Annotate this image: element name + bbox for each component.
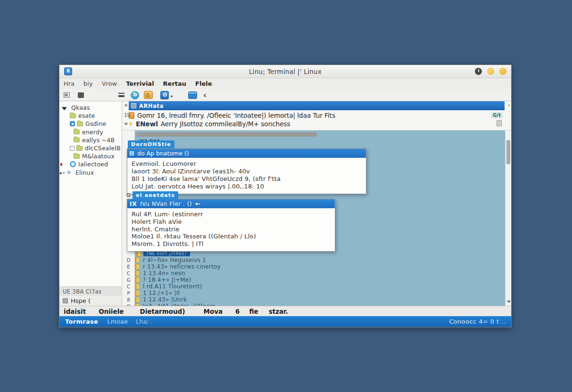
folder-strip-icon — [135, 284, 140, 289]
terminal-window: Linu; Terminal |' Linux Hra biy Vrow Ter… — [59, 65, 512, 327]
minimize-button[interactable] — [487, 68, 494, 75]
tree-item-7[interactable]: Ialiectoed — [59, 160, 122, 168]
tree-item-1[interactable]: esate — [59, 112, 122, 120]
tree-item-6[interactable]: M&laatoux — [59, 152, 122, 160]
main-panel: ✕ 19 ≡ ARHata Gomr 16, lreudl fmry. /Ofl… — [122, 101, 511, 306]
blue-folder-icon[interactable] — [188, 91, 197, 99]
tree-item-8[interactable]: Elinux — [59, 169, 122, 177]
popup2-line: Msrom. 1 Divrotts. | ITl — [132, 240, 331, 248]
list-row-3[interactable]: G ? 18.4+» J|+Me) — [122, 277, 511, 283]
status-item-1[interactable]: Oniiele — [99, 308, 124, 315]
back-arrow-icon[interactable] — [203, 92, 207, 98]
list-row-7[interactable]: O Ie3~4rt1 stoow ¿kTleere — [122, 303, 511, 306]
scrollbar-thumb[interactable] — [506, 140, 510, 164]
title-bar[interactable]: Linu; Terminal |' Linux — [59, 65, 511, 78]
list-row-5[interactable]: P 1 12./+1» |0 — [122, 290, 511, 296]
scroll-down-icon[interactable] — [507, 301, 511, 303]
status-item-3[interactable]: Mova — [203, 308, 223, 315]
horizontal-scrollbar[interactable] — [136, 132, 317, 137]
list-row-4[interactable]: C l rd.A11 Tlouretorrt) — [122, 283, 511, 290]
folder-icon — [74, 130, 80, 134]
taskbar-item-2[interactable]: Lha; . — [136, 318, 153, 325]
taskbar-item-0[interactable]: Tormrase — [65, 318, 98, 325]
popup2-header[interactable]: IX IVu NVan Fler . () ← — [127, 199, 335, 208]
menu-item-1[interactable]: biy — [83, 80, 93, 87]
popup2-tab[interactable]: el aoetdats — [133, 191, 178, 199]
dark-square-icon[interactable] — [78, 92, 84, 98]
popup1-tab[interactable]: DornOHStie — [128, 140, 174, 148]
folder-icon — [77, 122, 83, 126]
list-row-6[interactable]: 8 1 12.43» |Unrk — [122, 296, 511, 303]
popup2-prefix: G — [126, 192, 131, 198]
status-item-6: stzar. — [269, 308, 288, 315]
gutter-glyph-lines: ≡ — [124, 121, 128, 126]
tree-item-2[interactable]: Gsdine — [59, 120, 122, 128]
folder-icon — [74, 154, 80, 159]
menu-item-5[interactable]: Flele — [195, 80, 212, 87]
active-tab[interactable]: ARHata — [129, 101, 505, 110]
menu-item-2[interactable]: Vrow — [102, 80, 117, 87]
sidebar: Qkaas esate Gsdine enerdy eallys — [59, 101, 122, 306]
status-item-0[interactable]: idaisit — [64, 308, 86, 315]
blue-badge-icon — [70, 121, 75, 126]
menu-item-3[interactable]: Terrivial — [126, 80, 154, 87]
popup1-header[interactable]: do Ap bnatome () — [127, 149, 366, 158]
dropdown-caret-icon[interactable] — [170, 96, 173, 98]
popup2-line: Rul 4P. Lum- (estinnerr — [132, 211, 331, 218]
folder-icon — [70, 114, 76, 118]
blue-circle-icon[interactable] — [131, 91, 139, 99]
chevron-right-icon[interactable] — [63, 170, 66, 176]
close-glyph[interactable]: ✕ — [124, 103, 128, 108]
tab-icon — [131, 103, 136, 108]
tab-overflow-icon[interactable] — [508, 102, 510, 107]
tree-item-5[interactable]: dlcCSealelB — [59, 144, 122, 152]
back-arrow-icon[interactable]: ← — [195, 200, 200, 207]
wave-icon — [66, 169, 73, 176]
popup2-line: herlnt. Cmatrie — [132, 226, 331, 233]
header-line-2: ENewl Aerry Jlsottoz commilealBy/M+ sonc… — [129, 120, 492, 128]
tree-item-3[interactable]: enerdy — [59, 128, 122, 136]
outline-box-icon — [70, 146, 75, 151]
status-item-2[interactable]: Dietarmoud) — [140, 308, 185, 315]
expander-icon[interactable] — [63, 104, 69, 111]
status-bar: idaisit Oniiele Dietarmoud) Mova 6 fie s… — [59, 306, 511, 316]
vertical-scrollbar[interactable] — [505, 131, 511, 306]
status-item-4: 6 — [235, 308, 240, 315]
list-row-0[interactable]: D r 4l~hs» Heguseivs 1 — [122, 257, 511, 263]
sidebar-footer: UE 3BA Cl7as Hspe ( — [59, 286, 122, 306]
folder-strip-icon — [136, 251, 141, 257]
home-icon[interactable] — [144, 91, 153, 99]
header-line-1: Gomr 16, lreudl fmry. /Ofleeic 'Intoatee… — [129, 111, 492, 120]
edge-marker-arrow — [60, 170, 62, 175]
list-row-2[interactable]: C 1 13.4n» nesn — [122, 270, 511, 277]
menu-item-0[interactable]: Hra — [64, 80, 75, 87]
status-badge: G/t — [491, 112, 503, 118]
list-view-icon[interactable] — [64, 92, 70, 98]
menu-lines-icon — [130, 151, 134, 155]
close-button[interactable] — [499, 68, 506, 75]
folder-strip-icon — [135, 297, 140, 302]
terminal-header: Gomr 16, lreudl fmry. /Ofleeic 'Intoatee… — [122, 110, 511, 131]
header-prefix: ENewl — [136, 120, 158, 128]
folder-strip-icon — [135, 290, 140, 296]
document-icon[interactable] — [497, 120, 502, 126]
menu-item-4[interactable]: Rertau — [163, 80, 186, 87]
hamburger-icon[interactable] — [118, 93, 124, 97]
terminal-content: wa nes DornOHStie do Ap bnatome () Evemi… — [122, 131, 511, 306]
window-title: Linu; Terminal |' Linux — [59, 68, 511, 75]
folder-strip-icon — [135, 277, 140, 283]
folder-icon — [76, 146, 83, 151]
tree-item-root[interactable]: Qkaas — [59, 104, 122, 112]
tree-item-4[interactable]: eallys ~4B — [59, 136, 122, 144]
window-menu-button[interactable] — [475, 68, 482, 75]
taskbar-item-1[interactable]: Lmoae — [107, 318, 128, 325]
gray-square-icon — [63, 298, 68, 303]
popup2-line: Moloe1 Il. rktau Tessera ((Glentah / Llo… — [132, 233, 331, 240]
window-body: Qkaas esate Gsdine enerdy eallys — [59, 101, 511, 306]
edge-marker-dot — [60, 163, 62, 166]
popup2-line: Holert Flah aVie — [132, 218, 331, 226]
sidebar-footer-item[interactable]: Hspe ( — [59, 296, 122, 306]
blue-square-icon[interactable] — [160, 91, 169, 99]
list-row-1[interactable]: E r 13.43» neficrws cinertoy — [122, 263, 511, 270]
taskbar: Tormrase Lmoae Lha; . Conoocc 4= 0 t .. — [59, 316, 511, 327]
